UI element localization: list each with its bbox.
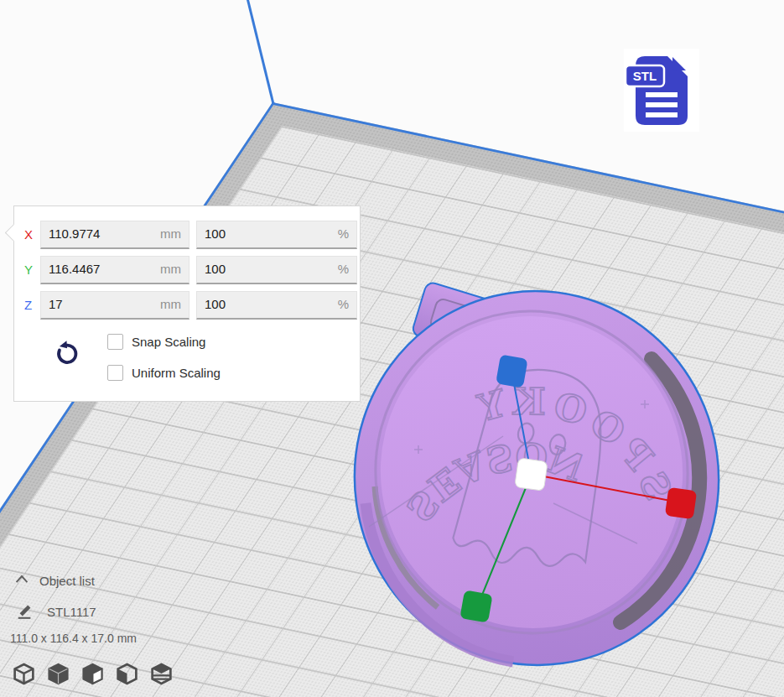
scale-row-x: X 110.9774 mm 100 % xyxy=(14,221,360,248)
snap-scaling-label: Snap Scaling xyxy=(132,334,205,350)
scale-tool-panel: X 110.9774 mm 100 % Y 116.4467 mm 100 % … xyxy=(13,205,361,402)
slicer-viewport: SPOOKY SEASON xyxy=(0,0,784,697)
reset-scale-button[interactable] xyxy=(53,339,81,367)
y-size-input[interactable]: 116.4467 mm xyxy=(40,256,190,284)
scale-row-y: Y 116.4467 mm 100 % xyxy=(14,256,360,283)
z-size-input[interactable]: 17 mm xyxy=(40,291,190,320)
stl-badge-label: STL xyxy=(633,69,657,83)
scale-handle-center[interactable] xyxy=(515,458,548,492)
x-percent-unit: % xyxy=(338,221,349,247)
z-percent-input[interactable]: 100 % xyxy=(196,291,357,320)
y-percent-unit: % xyxy=(338,257,349,282)
view-cube-half-icon[interactable] xyxy=(115,662,139,686)
z-percent-unit: % xyxy=(338,292,349,317)
scale-handle-z[interactable] xyxy=(496,354,528,388)
uniform-scaling-label: Uniform Scaling xyxy=(132,365,221,381)
scale-handle-y[interactable] xyxy=(459,590,492,622)
x-size-unit: mm xyxy=(160,221,181,247)
x-percent-input[interactable]: 100 % xyxy=(196,221,357,249)
model-dimensions: 111.0 x 116.4 x 17.0 mm xyxy=(10,632,137,645)
z-size-unit: mm xyxy=(160,292,181,317)
snap-scaling-checkbox[interactable] xyxy=(107,334,123,350)
uniform-scaling-checkbox[interactable] xyxy=(107,365,123,381)
axis-z-label: Z xyxy=(24,291,39,319)
chevron-up-icon[interactable] xyxy=(13,573,30,586)
scale-handle-x[interactable] xyxy=(665,487,697,519)
stl-file-icon[interactable]: STL xyxy=(624,49,699,132)
axis-x-label: X xyxy=(24,221,39,248)
scale-row-z: Z 17 mm 100 % xyxy=(14,291,360,319)
axis-y-label: Y xyxy=(24,256,39,283)
view-cube-solid-icon[interactable] xyxy=(46,662,70,686)
reset-icon xyxy=(53,339,81,367)
object-list-item[interactable]: STL1117 xyxy=(47,605,96,619)
view-mode-toolbar xyxy=(12,662,174,686)
view-cube-wireframe-icon[interactable] xyxy=(12,662,36,686)
object-list-header[interactable]: Object list xyxy=(39,574,95,588)
y-percent-input[interactable]: 100 % xyxy=(196,256,357,284)
view-cube-open-face-icon[interactable] xyxy=(80,662,105,686)
x-size-input[interactable]: 110.9774 mm xyxy=(40,221,190,249)
pencil-icon[interactable] xyxy=(16,601,34,621)
y-size-unit: mm xyxy=(160,257,181,282)
view-cube-layers-icon[interactable] xyxy=(149,662,174,686)
